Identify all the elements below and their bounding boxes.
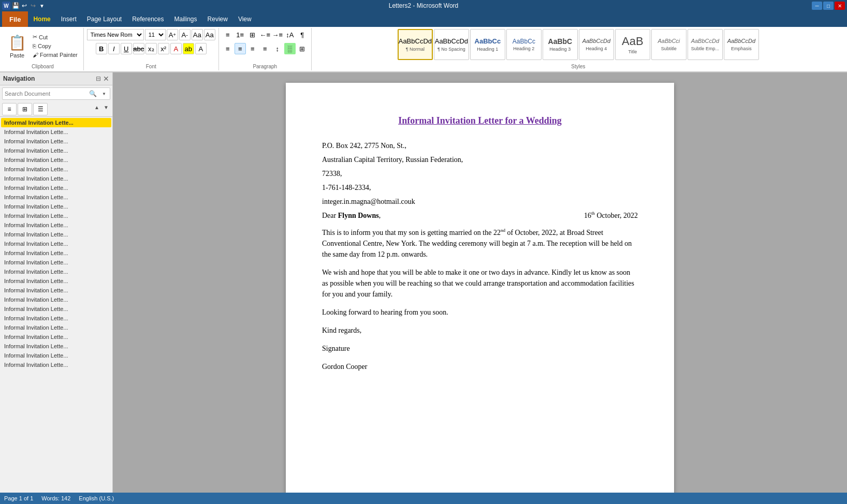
borders-button[interactable]: ⊞ xyxy=(297,43,308,54)
nav-list-item[interactable]: Informal Invitation Lette... xyxy=(1,286,111,295)
redo-quick-icon[interactable]: ↪ xyxy=(30,2,37,9)
align-center-button[interactable]: ≡ xyxy=(235,43,246,54)
numbering-button[interactable]: 1≡ xyxy=(235,29,246,40)
status-page: Page 1 of 1 xyxy=(4,495,33,501)
customize-quick-icon[interactable]: ▼ xyxy=(38,2,46,9)
menu-references[interactable]: References xyxy=(127,13,169,25)
nav-list-item[interactable]: Informal Invitation Lette... xyxy=(1,211,111,220)
nav-list-item[interactable]: Informal Invitation Lette... xyxy=(1,220,111,230)
nav-list-item[interactable]: Informal Invitation Lette... xyxy=(1,360,111,369)
nav-list-item[interactable]: Informal Invitation Lette... xyxy=(1,155,111,165)
font-case-button[interactable]: Aa xyxy=(204,29,215,40)
format-painter-button[interactable]: 🖌 Format Painter xyxy=(30,51,80,59)
style-title[interactable]: AaB Title xyxy=(615,29,650,60)
menu-mailings[interactable]: Mailings xyxy=(169,13,202,25)
nav-list-item[interactable]: Informal Invitation Lette... xyxy=(1,146,111,155)
nav-list-item[interactable]: Informal Invitation Lette... xyxy=(1,332,111,342)
menu-insert[interactable]: Insert xyxy=(56,13,82,25)
underline-button[interactable]: U xyxy=(121,43,132,54)
paste-button[interactable]: 📋 Paste xyxy=(5,32,29,60)
subscript-button[interactable]: x₂ xyxy=(145,43,157,54)
close-button[interactable]: ✕ xyxy=(835,2,845,10)
nav-list-item[interactable]: Informal Invitation Lette... xyxy=(1,230,111,239)
menu-page-layout[interactable]: Page Layout xyxy=(82,13,127,25)
save-quick-icon[interactable]: 💾 xyxy=(12,2,19,9)
address-line3: 72338, xyxy=(322,168,638,179)
highlight-button[interactable]: ab xyxy=(183,43,194,54)
bullets-button[interactable]: ≡ xyxy=(222,29,233,40)
nav-list-item[interactable]: Informal Invitation Lette... xyxy=(1,174,111,183)
style-heading4-preview: AaBbCcDd xyxy=(582,38,610,45)
sort-button[interactable]: ↕A xyxy=(284,29,296,40)
copy-button[interactable]: ⎘ Copy xyxy=(30,42,80,50)
file-menu[interactable]: File xyxy=(2,11,28,27)
nav-close-icon[interactable]: ✕ xyxy=(103,75,109,83)
undo-quick-icon[interactable]: ↩ xyxy=(21,2,28,9)
align-right-button[interactable]: ≡ xyxy=(247,43,258,54)
line-spacing-button[interactable]: ↕ xyxy=(272,43,283,54)
font-color-button[interactable]: A xyxy=(170,43,182,54)
nav-results-view[interactable]: ☰ xyxy=(33,103,48,115)
italic-button[interactable]: I xyxy=(108,43,120,54)
style-no-spacing[interactable]: AaBbCcDd ¶ No Spacing xyxy=(434,29,469,60)
nav-list-item[interactable]: Informal Invitation Lette... xyxy=(1,314,111,323)
minimize-button[interactable]: ─ xyxy=(812,2,822,10)
font-name-select[interactable]: Times New Rom xyxy=(87,29,144,40)
nav-list-item[interactable]: Informal Invitation Lette... xyxy=(1,276,111,286)
nav-search-dropdown[interactable]: ▼ xyxy=(98,88,110,99)
style-emphasis-preview: AaBbCcDd xyxy=(727,38,755,45)
superscript-button[interactable]: x² xyxy=(158,43,169,54)
multilevel-button[interactable]: ⊞ xyxy=(247,29,258,40)
nav-pages-view[interactable]: ⊞ xyxy=(18,103,32,115)
nav-down-arrow[interactable]: ▼ xyxy=(102,103,110,111)
menu-view[interactable]: View xyxy=(233,13,257,25)
increase-indent-button[interactable]: →≡ xyxy=(272,29,283,40)
show-marks-button[interactable]: ¶ xyxy=(297,29,308,40)
cut-button[interactable]: ✂ Cut xyxy=(30,33,80,41)
nav-list-item[interactable]: Informal Invitation Lette... xyxy=(1,267,111,276)
nav-list-item[interactable]: Informal Invitation Lette... xyxy=(1,351,111,360)
menu-home[interactable]: Home xyxy=(28,13,55,25)
nav-list-item[interactable]: Informal Invitation Lette... xyxy=(1,183,111,192)
menu-review[interactable]: Review xyxy=(202,13,233,25)
nav-list-item[interactable]: Informal Invitation Lette... xyxy=(1,304,111,314)
justify-button[interactable]: ≡ xyxy=(259,43,271,54)
clear-format-button[interactable]: Aa xyxy=(192,29,203,40)
nav-list-item[interactable]: Informal Invitation Lette... xyxy=(1,239,111,248)
align-left-button[interactable]: ≡ xyxy=(222,43,233,54)
nav-up-arrow[interactable]: ▲ xyxy=(93,103,101,111)
style-emphasis[interactable]: AaBbCcDd Emphasis xyxy=(724,29,759,60)
nav-list-item[interactable]: Informal Invitation Lette... xyxy=(1,192,111,202)
nav-list-item[interactable]: Informal Invitation Lette... xyxy=(1,165,111,174)
nav-resize-icon[interactable]: ⊟ xyxy=(96,75,101,82)
decrease-indent-button[interactable]: ←≡ xyxy=(259,29,271,40)
nav-headings-view[interactable]: ≡ xyxy=(2,103,17,115)
strikethrough-button[interactable]: abc xyxy=(133,43,144,54)
decrease-font-button[interactable]: A- xyxy=(179,29,191,40)
font-effects-button[interactable]: A xyxy=(195,43,207,54)
restore-button[interactable]: □ xyxy=(823,2,834,10)
nav-list-item[interactable]: Informal Invitation Lette... xyxy=(1,295,111,304)
nav-list-item[interactable]: Informal Invitation Lette... xyxy=(1,202,111,211)
nav-list-item[interactable]: Informal Invitation Lette... xyxy=(1,127,111,137)
style-heading2[interactable]: AaBbCc Heading 2 xyxy=(506,29,542,60)
style-heading3[interactable]: AaBbC Heading 3 xyxy=(543,29,578,60)
shading-button[interactable]: ░ xyxy=(284,43,296,54)
nav-list-item[interactable]: Informal Invitation Lette... xyxy=(1,342,111,351)
style-heading1[interactable]: AaBbCc Heading 1 xyxy=(470,29,505,60)
style-subtitle[interactable]: AaBbCci Subtitle xyxy=(651,29,687,60)
style-heading4[interactable]: AaBbCcDd Heading 4 xyxy=(579,29,614,60)
nav-list-item[interactable]: Informal Invitation Lette... xyxy=(1,118,111,127)
status-language: English (U.S.) xyxy=(79,495,114,501)
style-subtle-emphasis[interactable]: AaBbCcDd Subtle Emp... xyxy=(688,29,723,60)
nav-list-item[interactable]: Informal Invitation Lette... xyxy=(1,248,111,258)
nav-list-item[interactable]: Informal Invitation Lette... xyxy=(1,137,111,146)
nav-search-input[interactable] xyxy=(3,89,87,98)
increase-font-button[interactable]: A+ xyxy=(167,29,178,40)
nav-list-item[interactable]: Informal Invitation Lette... xyxy=(1,323,111,332)
nav-list-item[interactable]: Informal Invitation Lette... xyxy=(1,258,111,267)
style-normal[interactable]: AaBbCcDd ¶ Normal xyxy=(398,29,433,60)
bold-button[interactable]: B xyxy=(96,43,107,54)
font-size-select[interactable]: 11 xyxy=(145,29,166,40)
nav-search-button[interactable]: 🔍 xyxy=(87,88,98,99)
